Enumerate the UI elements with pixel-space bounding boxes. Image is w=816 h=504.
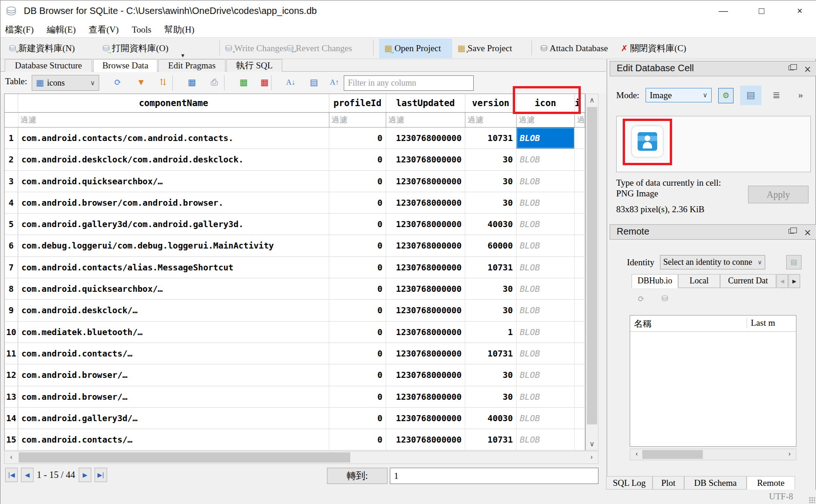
previous-record-button[interactable]: ◀: [21, 468, 34, 482]
import-certificate-button[interactable]: ▤: [786, 255, 802, 269]
open-database-button[interactable]: ⛁→ 打開資料庫(O): [101, 40, 170, 57]
filter-profileId[interactable]: 過濾: [329, 113, 386, 127]
cell-icon[interactable]: BLOB: [517, 214, 575, 235]
cell-version[interactable]: 10731: [465, 128, 517, 148]
cell-profileId[interactable]: 0: [329, 278, 386, 299]
cell-version[interactable]: 10731: [465, 257, 517, 278]
remote-horizontal-scrollbar[interactable]: ‹ ›: [630, 449, 796, 460]
print-icon[interactable]: ⎙: [208, 76, 221, 89]
word-wrap-button[interactable]: ≣: [770, 89, 783, 102]
remote-tab-local[interactable]: Local: [678, 274, 720, 288]
tab-database-structure[interactable]: Database Structure: [5, 59, 92, 72]
cell-partial[interactable]: [575, 300, 585, 321]
encoding-indicator[interactable]: UTF-8: [769, 491, 793, 502]
mode-select[interactable]: Image ∨: [646, 88, 712, 102]
cell-componentName[interactable]: com.android.browser/…: [18, 364, 329, 385]
cell-componentName[interactable]: com.android.contacts/…: [18, 343, 329, 364]
cell-componentName[interactable]: com.android.quicksearchbox/…: [18, 171, 329, 192]
cell-componentName[interactable]: com.android.gallery3d/…: [18, 408, 329, 429]
row-number[interactable]: 14: [5, 408, 18, 429]
cell-icon[interactable]: BLOB: [517, 149, 575, 170]
cell-profileId[interactable]: 0: [329, 192, 386, 213]
cell-componentName[interactable]: com.mediatek.bluetooth/…: [18, 322, 329, 343]
grid-vertical-scrollbar[interactable]: ∧ ∨: [585, 94, 598, 450]
scroll-right-icon[interactable]: ›: [783, 449, 796, 459]
cell-version[interactable]: 10731: [465, 429, 517, 450]
cell-profileId[interactable]: 0: [329, 343, 386, 364]
tab-scroll-left-icon[interactable]: ◀: [776, 274, 788, 288]
save-project-button[interactable]: ▦▪ Save Project: [456, 40, 514, 57]
cell-icon[interactable]: BLOB: [517, 429, 575, 450]
cell-lastUpdated[interactable]: 1230768000000: [386, 300, 465, 321]
goto-record-input[interactable]: [390, 468, 598, 484]
open-project-button[interactable]: ▦→ Open Project: [382, 40, 443, 57]
scroll-down-icon[interactable]: ∨: [586, 440, 598, 448]
clear-filters-icon[interactable]: ▼: [135, 76, 148, 89]
cell-icon[interactable]: BLOB: [517, 192, 575, 213]
tab-scroll-right-icon[interactable]: ▶: [789, 274, 800, 288]
row-number[interactable]: 6: [5, 235, 18, 256]
cell-version[interactable]: 1: [465, 322, 517, 343]
filter-componentName[interactable]: 過濾: [18, 113, 329, 127]
scroll-left-icon[interactable]: ‹: [5, 451, 18, 464]
cell-version[interactable]: 30: [465, 364, 517, 385]
filter-partial[interactable]: 過濾: [575, 113, 585, 127]
cell-version[interactable]: 30: [465, 171, 517, 192]
horizontal-scroll-thumb[interactable]: [19, 452, 350, 463]
cell-profileId[interactable]: 0: [329, 257, 386, 278]
edit-cell-icon[interactable]: ▤: [307, 76, 320, 89]
cell-icon[interactable]: BLOB: [517, 322, 575, 343]
row-number[interactable]: 1: [5, 128, 18, 148]
cell-lastUpdated[interactable]: 1230768000000: [386, 343, 465, 364]
cell-lastUpdated[interactable]: 1230768000000: [386, 386, 465, 407]
delete-record-icon[interactable]: ▦: [258, 76, 271, 89]
float-panel-icon[interactable]: [787, 227, 797, 237]
cell-version[interactable]: 60000: [465, 235, 517, 256]
cell-partial[interactable]: [575, 149, 585, 170]
cell-icon[interactable]: BLOB: [517, 386, 575, 407]
filter-any-column-input[interactable]: [344, 75, 474, 91]
cell-profileId[interactable]: 0: [329, 128, 386, 148]
menu-view[interactable]: 查看(V): [89, 24, 119, 36]
cell-icon[interactable]: BLOB: [517, 257, 575, 278]
cell-profileId[interactable]: 0: [329, 408, 386, 429]
column-header-profileId[interactable]: profileId: [329, 94, 386, 112]
cell-version[interactable]: 40030: [465, 408, 517, 429]
menu-file[interactable]: 檔案(F): [5, 24, 34, 36]
table-select[interactable]: ▦ icons ∨: [32, 75, 99, 91]
cell-icon[interactable]: BLOB: [517, 300, 575, 321]
cell-icon[interactable]: BLOB: [517, 408, 575, 429]
more-tools-button[interactable]: »: [794, 89, 808, 102]
filter-icon[interactable]: 過濾: [517, 113, 575, 127]
minimize-button[interactable]: —: [710, 0, 736, 22]
insert-record-icon[interactable]: ▦: [237, 76, 250, 89]
row-number[interactable]: 12: [5, 364, 18, 385]
revert-changes-button[interactable]: ⛁↩ Revert Changes: [285, 40, 354, 57]
tab-edit-pragmas[interactable]: Edit Pragmas: [158, 59, 225, 72]
row-number[interactable]: 10: [5, 322, 18, 343]
row-number[interactable]: 7: [5, 257, 18, 278]
cell-icon[interactable]: BLOB: [517, 278, 575, 299]
cell-componentName[interactable]: com.debug.loggerui/com.debug.loggerui.Ma…: [18, 235, 329, 256]
cell-version[interactable]: 40030: [465, 214, 517, 235]
write-changes-button[interactable]: ⛁▪ Write Changes: [223, 40, 289, 57]
cell-lastUpdated[interactable]: 1230768000000: [386, 257, 465, 278]
goto-button[interactable]: 轉到:: [327, 468, 388, 484]
row-number[interactable]: 2: [5, 149, 18, 170]
row-number[interactable]: 11: [5, 343, 18, 364]
tab-browse-data[interactable]: Browse Data: [93, 59, 157, 72]
cell-partial[interactable]: [575, 235, 585, 256]
scroll-left-icon[interactable]: ‹: [630, 449, 643, 459]
cell-icon[interactable]: BLOB: [517, 364, 575, 385]
cell-componentName[interactable]: com.android.quicksearchbox/…: [18, 278, 329, 299]
dock-tab-remote[interactable]: Remote: [747, 476, 795, 490]
cell-profileId[interactable]: 0: [329, 322, 386, 343]
tab-execute-sql[interactable]: 執行 SQL: [226, 59, 282, 72]
last-record-button[interactable]: ▶|: [95, 468, 107, 482]
cell-componentName[interactable]: com.android.deskclock/…: [18, 300, 329, 321]
cell-componentName[interactable]: com.android.gallery3d/com.android.galler…: [18, 214, 329, 235]
close-panel-icon[interactable]: ×: [802, 64, 813, 74]
sort-asc-icon[interactable]: A↓: [284, 76, 297, 89]
cell-profileId[interactable]: 0: [329, 364, 386, 385]
remote-modified-column-header[interactable]: Last m: [747, 318, 797, 328]
